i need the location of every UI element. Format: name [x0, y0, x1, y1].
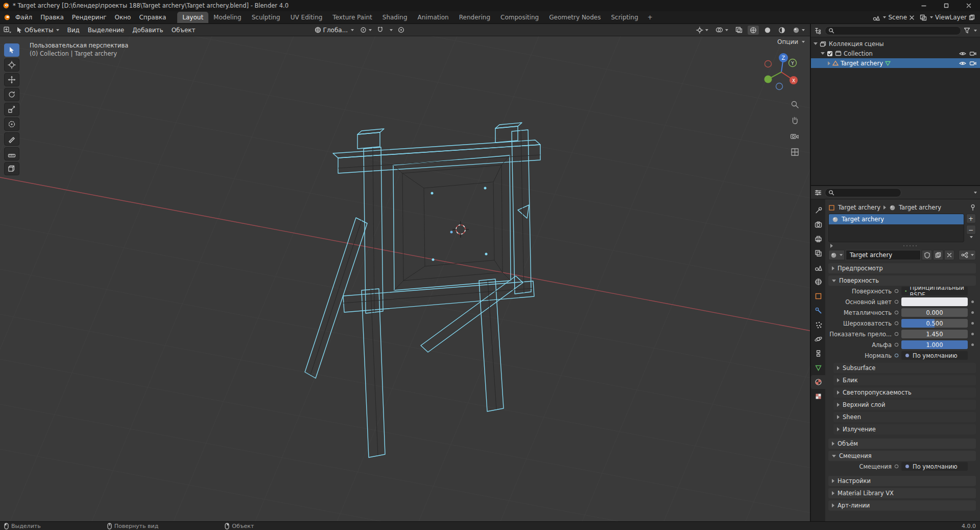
- menu-render[interactable]: Рендеринг: [68, 12, 111, 22]
- tab-shading[interactable]: Shading: [377, 12, 413, 23]
- tab-compositing[interactable]: Compositing: [495, 12, 544, 23]
- tab-physics[interactable]: [811, 332, 825, 346]
- transform-tool[interactable]: [4, 118, 19, 131]
- pan-button[interactable]: [789, 114, 800, 126]
- orthographic-toggle-button[interactable]: [789, 146, 800, 157]
- tab-animation[interactable]: Animation: [413, 12, 454, 23]
- zoom-button[interactable]: [789, 99, 800, 110]
- tab-texture-paint[interactable]: Texture Paint: [327, 12, 377, 23]
- camera-view-button[interactable]: [789, 130, 800, 142]
- displacement-dropdown[interactable]: По умолчанию: [901, 462, 968, 471]
- keyframe-dot[interactable]: [970, 343, 975, 346]
- tab-rendering[interactable]: Rendering: [454, 12, 495, 23]
- minimize-button[interactable]: [913, 0, 935, 11]
- properties-editor-icon[interactable]: [814, 189, 822, 196]
- filter-icon[interactable]: [964, 27, 970, 34]
- panel-surface[interactable]: Поверхность: [828, 275, 976, 286]
- tab-uv-editing[interactable]: UV Editing: [285, 12, 328, 23]
- shading-wireframe-button[interactable]: [748, 26, 759, 35]
- annotate-tool[interactable]: [4, 132, 19, 146]
- browse-material-button[interactable]: [828, 250, 845, 260]
- unlink-material-button[interactable]: [944, 250, 954, 260]
- add-primitive-tool[interactable]: [4, 162, 19, 175]
- slot-specials-menu[interactable]: [970, 236, 973, 238]
- tab-texture[interactable]: [811, 389, 825, 403]
- surface-type-dropdown[interactable]: Принципиальный BSDF: [901, 287, 968, 295]
- row-target-archery[interactable]: Target archery: [811, 58, 980, 68]
- proportional-edit-toggle[interactable]: [396, 26, 407, 34]
- expand-icon[interactable]: [830, 244, 833, 248]
- pivot-point-dropdown[interactable]: [358, 26, 374, 34]
- panel-emission[interactable]: Излучение: [833, 424, 976, 434]
- menu-edit[interactable]: Правка: [36, 12, 68, 22]
- measure-tool[interactable]: [4, 147, 19, 160]
- tab-view-layer[interactable]: [811, 246, 825, 260]
- panel-transmission[interactable]: Светопропускаемость: [833, 387, 976, 398]
- material-name-field[interactable]: Target archery: [846, 250, 921, 260]
- panel-displacement[interactable]: Смещения: [828, 451, 976, 461]
- menu-file[interactable]: Файл: [11, 12, 36, 22]
- axis-y-handle[interactable]: [764, 76, 772, 83]
- panel-specular[interactable]: Блик: [833, 375, 976, 385]
- target-archery-wireframe[interactable]: [305, 123, 540, 457]
- breadcrumb-material[interactable]: Target archery: [899, 204, 941, 211]
- new-view-layer-icon[interactable]: [969, 14, 975, 20]
- xray-toggle[interactable]: [733, 26, 745, 34]
- tab-render[interactable]: [811, 218, 825, 232]
- slot-list-resize[interactable]: [828, 242, 976, 249]
- tab-tool[interactable]: [811, 203, 825, 217]
- tab-sculpting[interactable]: Sculpting: [247, 12, 285, 23]
- panel-preview[interactable]: Предпросмотр: [828, 263, 976, 273]
- keyframe-dot[interactable]: [970, 311, 975, 314]
- breadcrumb-object[interactable]: Target archery: [838, 204, 880, 211]
- snap-toggle[interactable]: [375, 26, 386, 34]
- add-slot-button[interactable]: +: [966, 214, 976, 223]
- alpha-slider[interactable]: 1.000: [901, 340, 968, 349]
- tab-scripting[interactable]: Scripting: [606, 12, 643, 23]
- editor-type-icon[interactable]: [3, 26, 12, 34]
- transform-orientation-dropdown[interactable]: Глоба...: [312, 26, 357, 35]
- keyframe-dot[interactable]: [970, 301, 975, 303]
- select-box-tool[interactable]: [4, 43, 19, 57]
- tab-geometry-nodes[interactable]: Geometry Nodes: [544, 12, 606, 23]
- roughness-slider[interactable]: 0.500: [901, 319, 968, 328]
- material-slot-list[interactable]: Target archery: [828, 214, 964, 242]
- hide-eye-icon[interactable]: [959, 51, 966, 56]
- snap-settings-dropdown[interactable]: [387, 28, 395, 32]
- panel-subsurface[interactable]: Subsurface: [833, 363, 976, 373]
- panel-settings[interactable]: Настройки: [828, 476, 976, 486]
- overlays-dropdown[interactable]: [713, 26, 730, 34]
- tab-modifiers[interactable]: [811, 304, 825, 317]
- gizmo-dropdown[interactable]: [694, 26, 710, 35]
- fake-user-button[interactable]: [922, 250, 932, 260]
- tab-constraints[interactable]: [811, 347, 825, 360]
- keyframe-dot[interactable]: [970, 333, 975, 335]
- menu-select[interactable]: Выделение: [84, 25, 128, 35]
- panel-material-library[interactable]: Material Library VX: [828, 488, 976, 498]
- resize-grip[interactable]: [903, 245, 904, 246]
- axis-neg-z-handle[interactable]: [776, 83, 783, 90]
- base-color-swatch[interactable]: [901, 297, 968, 306]
- add-workspace-button[interactable]: +: [643, 13, 657, 22]
- menu-object[interactable]: Объект: [168, 25, 199, 35]
- viewport-canvas[interactable]: Пользовательская перспектива (0) Collect…: [0, 36, 810, 521]
- tab-modeling[interactable]: Modeling: [208, 12, 247, 23]
- panel-volume[interactable]: Объём: [828, 439, 976, 449]
- view-layer-selector[interactable]: ViewLayer: [920, 14, 975, 21]
- disable-render-camera-icon[interactable]: [969, 60, 976, 66]
- use-nodes-button[interactable]: [959, 250, 976, 260]
- tab-world[interactable]: [811, 275, 825, 289]
- expand-icon[interactable]: [814, 42, 818, 45]
- unlink-scene-icon[interactable]: [909, 15, 915, 20]
- outliner-editor-icon[interactable]: [814, 27, 822, 34]
- panel-coat[interactable]: Верхний слой: [833, 400, 976, 410]
- app-menu-icon[interactable]: [3, 14, 11, 21]
- tab-object-data[interactable]: [811, 361, 825, 375]
- remove-slot-button[interactable]: −: [966, 225, 976, 235]
- shading-material-button[interactable]: [776, 26, 787, 35]
- normal-dropdown[interactable]: По умолчанию: [901, 351, 968, 360]
- axis-neg-x-handle[interactable]: [765, 61, 772, 67]
- tab-layout[interactable]: Layout: [177, 12, 208, 23]
- tab-output[interactable]: [811, 232, 825, 246]
- panel-art-lines[interactable]: Арт-линии: [828, 500, 976, 511]
